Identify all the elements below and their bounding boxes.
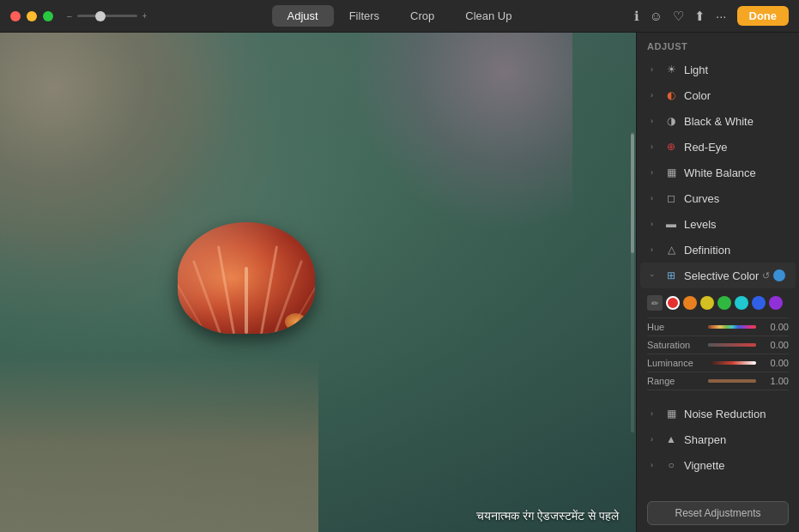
hue-slider[interactable]: [708, 325, 756, 329]
adjust-item-white-balance[interactable]: › ▦ White Balance: [640, 160, 796, 185]
photo-caption: चयनात्मक रंग ऐडजस्टमेंट से पहले: [476, 509, 619, 523]
definition-chevron: ›: [651, 245, 659, 254]
zoom-thumb[interactable]: [95, 11, 106, 21]
swatch-blue[interactable]: [752, 296, 766, 310]
reset-adjustments-button[interactable]: Reset Adjustments: [647, 501, 789, 525]
hue-value: 0.00: [761, 322, 789, 332]
bw-chevron: ›: [651, 117, 659, 125]
saturation-label: Saturation: [647, 340, 703, 350]
minimize-button[interactable]: [27, 11, 37, 21]
zoom-in-icon: +: [142, 11, 148, 21]
done-button[interactable]: Done: [737, 6, 790, 26]
bw-icon: ◑: [664, 114, 678, 128]
hue-slider-row: Hue 0.00: [647, 317, 789, 336]
light-label: Light: [684, 63, 785, 76]
curves-icon: ◻: [664, 191, 678, 205]
adjust-item-curves[interactable]: › ◻ Curves: [640, 185, 796, 211]
info-icon[interactable]: ℹ: [634, 9, 639, 24]
swatch-green[interactable]: [717, 296, 731, 310]
close-button[interactable]: [10, 11, 21, 21]
range-label: Range: [647, 376, 703, 386]
tab-adjust[interactable]: Adjust: [272, 5, 334, 27]
definition-icon: △: [664, 243, 678, 257]
adjust-panel-header: ADJUST: [637, 33, 799, 57]
luminance-value: 0.00: [761, 358, 789, 368]
luminance-label: Luminance: [647, 358, 703, 368]
levels-icon: ▬: [664, 217, 678, 231]
adjust-item-light[interactable]: › ☀ Light: [640, 57, 796, 82]
adjust-item-noise-reduction[interactable]: › ▦ Noise Reduction: [640, 401, 796, 426]
titlebar: – + Adjust Filters Crop Clean Up ℹ ☺ ♡ ⬆…: [0, 0, 799, 33]
saturation-slider[interactable]: [708, 343, 756, 347]
range-value: 1.00: [761, 376, 789, 386]
sc-toggle[interactable]: [773, 269, 785, 281]
light-icon: ☀: [664, 63, 678, 76]
adjust-panel: ADJUST › ☀ Light › ◐ Color › ◑ Black & W…: [636, 33, 799, 532]
luminance-slider[interactable]: [708, 361, 756, 365]
sharpen-label: Sharpen: [684, 433, 785, 446]
bw-label: Black & White: [684, 115, 785, 128]
nav-tabs: Adjust Filters Crop Clean Up: [272, 5, 528, 27]
sc-reset-icon[interactable]: ↺: [762, 270, 770, 281]
more-icon[interactable]: ···: [716, 9, 727, 23]
swatch-yellow[interactable]: [700, 296, 714, 310]
eyedropper-tool[interactable]: ✏: [647, 295, 663, 311]
light-chevron: ›: [651, 65, 659, 74]
wb-chevron: ›: [651, 168, 659, 177]
luminance-slider-row: Luminance 0.00: [647, 354, 789, 372]
fullscreen-button[interactable]: [43, 11, 53, 21]
sc-icon: ⊞: [664, 269, 678, 282]
zoom-slider-area[interactable]: – +: [67, 11, 147, 21]
redeye-label: Red-Eye: [684, 141, 785, 154]
saturation-slider-row: Saturation 0.00: [647, 336, 789, 354]
zoom-track[interactable]: [77, 15, 137, 17]
selective-color-panel: ✏ Hue 0.00 Saturation: [637, 288, 799, 397]
tab-crop[interactable]: Crop: [395, 5, 450, 27]
wb-label: White Balance: [684, 166, 785, 179]
heart-icon[interactable]: ♡: [673, 9, 684, 24]
sharpen-chevron: ›: [651, 435, 659, 444]
adjust-item-color[interactable]: › ◐ Color: [640, 82, 796, 108]
photo-area: चयनात्मक रंग ऐडजस्टमेंट से पहले: [0, 33, 636, 532]
vignette-chevron: ›: [651, 461, 659, 469]
shell-image: [178, 222, 332, 351]
tab-filters[interactable]: Filters: [334, 5, 395, 27]
photo-scrollbar[interactable]: [631, 132, 634, 432]
sc-label: Selective Color: [684, 269, 762, 282]
wb-icon: ▦: [664, 166, 678, 179]
nr-label: Noise Reduction: [684, 408, 785, 420]
adjust-item-selective-color[interactable]: › ⊞ Selective Color ↺: [640, 263, 796, 288]
redeye-icon: ⊕: [664, 140, 678, 154]
adjust-item-black-white[interactable]: › ◑ Black & White: [640, 108, 796, 134]
main-area: चयनात्मक रंग ऐडजस्टमेंट से पहले ADJUST ›…: [0, 33, 799, 532]
share-icon[interactable]: ⬆: [694, 9, 705, 24]
emoji-icon[interactable]: ☺: [650, 9, 663, 23]
definition-label: Definition: [684, 244, 785, 257]
adjust-item-red-eye[interactable]: › ⊕ Red-Eye: [640, 134, 796, 160]
color-chevron: ›: [651, 91, 659, 100]
swatch-orange[interactable]: [683, 296, 697, 310]
sand-area: [0, 357, 318, 532]
adjust-item-sharpen[interactable]: › ▲ Sharpen: [640, 426, 796, 452]
swatch-red[interactable]: [666, 296, 680, 310]
photo-scrollbar-thumb[interactable]: [631, 134, 634, 254]
zoom-out-icon: –: [67, 11, 72, 21]
hue-label: Hue: [647, 322, 703, 332]
sc-controls: ↺: [762, 269, 785, 281]
adjust-item-vignette[interactable]: › ○ Vignette: [640, 452, 796, 478]
sharpen-icon: ▲: [664, 432, 678, 446]
range-slider[interactable]: [708, 379, 756, 383]
titlebar-right: ℹ ☺ ♡ ⬆ ··· Done: [634, 6, 789, 26]
adjust-item-definition[interactable]: › △ Definition: [640, 237, 796, 263]
swatch-purple[interactable]: [769, 296, 783, 310]
curves-chevron: ›: [651, 194, 659, 203]
tab-cleanup[interactable]: Clean Up: [450, 5, 527, 27]
swatch-cyan[interactable]: [735, 296, 748, 310]
vignette-icon: ○: [664, 458, 678, 472]
sc-chevron: ›: [651, 271, 659, 280]
adjust-item-levels[interactable]: › ▬ Levels: [640, 211, 796, 237]
photo-canvas: [0, 33, 636, 532]
color-swatches: ✏: [647, 292, 789, 317]
nr-chevron: ›: [651, 409, 659, 418]
curves-label: Curves: [684, 192, 785, 205]
